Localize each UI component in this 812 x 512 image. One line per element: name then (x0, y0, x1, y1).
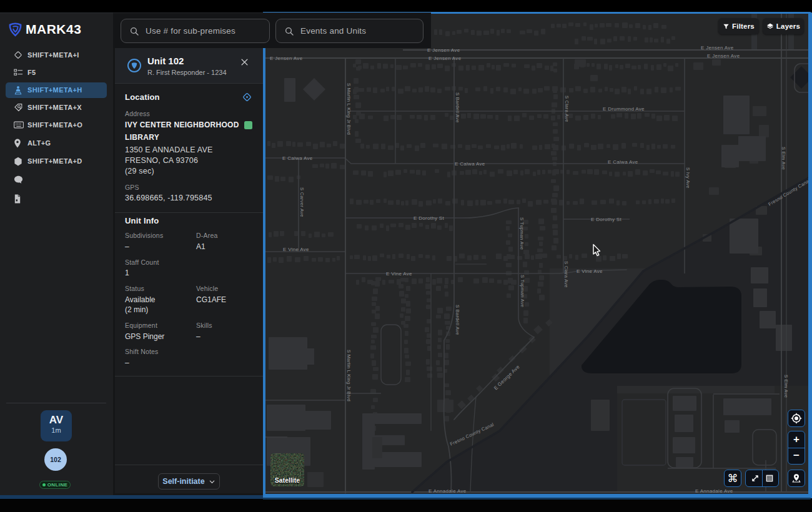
svg-text:E Jensen Ave: E Jensen Ave (428, 56, 462, 61)
svg-text:S Tupman Ave: S Tupman Ave (519, 217, 525, 250)
svg-text:E Vine Ave: E Vine Ave (283, 247, 309, 252)
svg-text:E Vine Ave: E Vine Ave (386, 271, 412, 277)
svg-text:S Elm Ave: S Elm Ave (783, 375, 789, 398)
svg-text:E Drummond Ave: E Drummond Ave (603, 106, 645, 112)
svg-text:E Vine Ave: E Vine Ave (577, 268, 603, 274)
svg-text:E Dorothy St: E Dorothy St (591, 217, 621, 222)
svg-text:S Tupman Ave: S Tupman Ave (520, 275, 525, 307)
svg-text:S Martin L King Jr Blvd: S Martin L King Jr Blvd (346, 83, 352, 135)
svg-text:E Jensen Ave: E Jensen Ave (427, 47, 460, 53)
svg-text:S Ivy Ave: S Ivy Ave (685, 167, 691, 189)
svg-text:S Martin L King Jr Blvd: S Martin L King Jr Blvd (346, 350, 352, 401)
svg-text:E Jensen Ave: E Jensen Ave (701, 45, 734, 51)
svg-text:E Annadale Ave: E Annadale Ave (695, 488, 733, 494)
svg-text:S Bardell Ave: S Bardell Ave (455, 92, 460, 123)
svg-text:E Dorothy St: E Dorothy St (413, 215, 444, 221)
svg-text:E Calwa Ave: E Calwa Ave (608, 159, 638, 165)
svg-text:S Bardell Ave: S Bardell Ave (455, 305, 460, 335)
svg-text:E Annadale Ave: E Annadale Ave (428, 488, 467, 494)
svg-text:S Clara Ave: S Clara Ave (563, 261, 569, 288)
svg-text:S Clara Ave: S Clara Ave (564, 96, 570, 122)
svg-text:E Jensen Ave: E Jensen Ave (707, 53, 740, 59)
svg-text:E Calwa Ave: E Calwa Ave (455, 161, 485, 167)
svg-text:E Jensen Ave: E Jensen Ave (270, 56, 303, 61)
svg-text:E Calwa Ave: E Calwa Ave (282, 155, 313, 161)
svg-text:S Elm Ave: S Elm Ave (781, 147, 786, 170)
svg-text:S Carver Ave: S Carver Ave (299, 187, 305, 217)
